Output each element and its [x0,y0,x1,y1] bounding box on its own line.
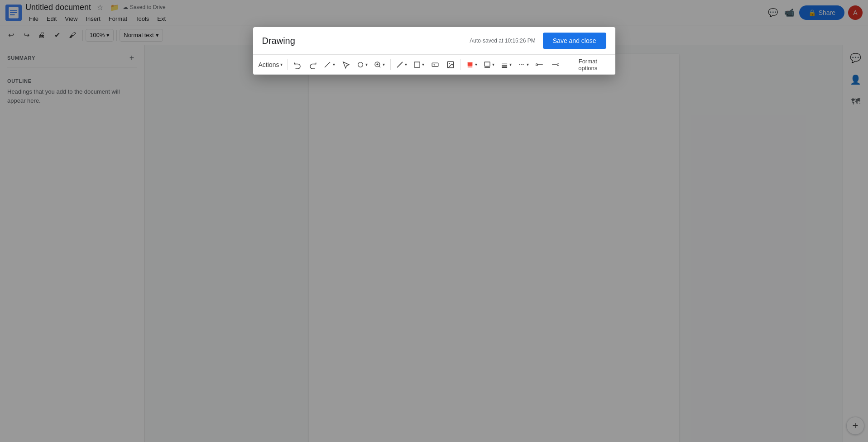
actions-chevron: ▾ [280,62,283,67]
svg-rect-18 [467,67,472,67]
format-options-button[interactable]: Format options [564,57,611,72]
canvas-zoom-chevron: ▾ [383,62,385,67]
svg-rect-19 [484,62,490,66]
shape-insert-button[interactable]: ▾ [411,57,427,72]
drawing-redo-button[interactable] [306,57,320,72]
actions-label: Actions [259,61,279,68]
line-start-button[interactable] [532,57,547,72]
svg-rect-13 [432,63,438,67]
border-weight-chevron: ▾ [509,62,512,67]
drawing-save-button[interactable]: Save and close [543,33,606,49]
drawing-modal: Drawing Auto-saved at 10:15:26 PM Save a… [253,27,615,75]
dt-divider-3 [460,59,461,70]
border-weight-button[interactable]: ▾ [498,57,514,72]
drawing-modal-title: Drawing [262,36,463,46]
fill-color-chevron: ▾ [475,62,477,67]
border-color-chevron: ▾ [492,62,494,67]
svg-rect-12 [414,62,420,67]
drawing-undo-button[interactable] [290,57,305,72]
svg-point-28 [557,63,560,66]
svg-line-11 [397,62,403,67]
line-type-chevron: ▾ [333,62,335,67]
svg-line-5 [325,62,330,67]
shape-insert-chevron: ▾ [422,62,424,67]
actions-button[interactable]: Actions ▾ [257,57,285,72]
border-dash-button[interactable]: ▾ [515,57,532,72]
svg-line-8 [379,66,380,67]
line-type-button[interactable]: ▾ [321,57,337,72]
dt-divider-2 [390,59,391,70]
dt-divider-1 [287,59,288,70]
shape-chevron: ▾ [365,62,368,67]
textbox-button[interactable]: T [428,57,442,72]
drawing-modal-header: Drawing Auto-saved at 10:15:26 PM Save a… [253,27,615,55]
line-draw-button[interactable]: ▾ [393,57,410,72]
line-end-button[interactable] [548,57,562,72]
drawing-toolbar: Actions ▾ ▾ ▾ [253,55,615,75]
select-tool-button[interactable] [339,57,353,72]
svg-point-6 [358,62,363,67]
canvas-zoom-button[interactable]: ▾ [371,57,388,72]
border-dash-chevron: ▾ [527,62,529,67]
line-draw-chevron: ▾ [405,62,407,67]
image-insert-button[interactable] [443,57,458,72]
drawing-autosave-label: Auto-saved at 10:15:26 PM [470,38,535,44]
svg-text:T: T [433,64,435,67]
border-color-button[interactable]: ▾ [481,57,497,72]
svg-point-16 [449,63,450,64]
shape-button[interactable]: ▾ [354,57,370,72]
modal-overlay: Drawing Auto-saved at 10:15:26 PM Save a… [0,0,868,442]
svg-rect-20 [484,67,490,67]
svg-rect-17 [467,62,472,66]
fill-color-button[interactable]: ▾ [464,57,480,72]
